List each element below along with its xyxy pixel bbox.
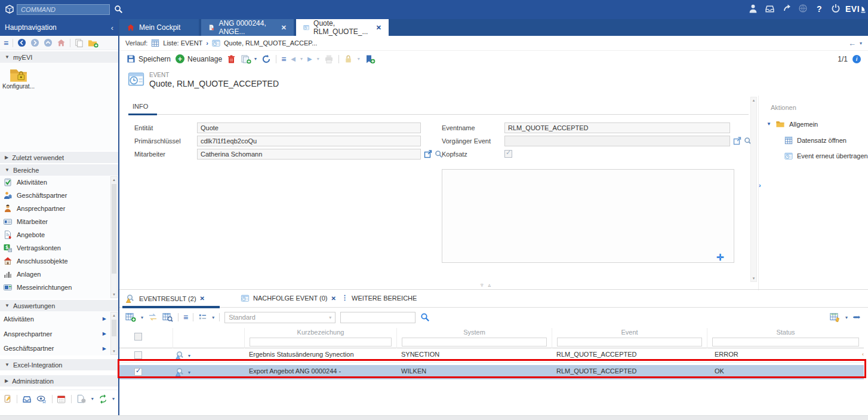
nav-back-icon[interactable] bbox=[17, 38, 26, 47]
tab-nachfolge-event[interactable]: NACHFOLGE EVENT (0) ✕ bbox=[241, 294, 336, 302]
sidebar-item-anlagen[interactable]: Anlagen bbox=[0, 268, 118, 281]
power-icon[interactable] bbox=[831, 4, 841, 13]
splitter-handle[interactable]: ▿▵ bbox=[481, 282, 495, 288]
nav-up-icon[interactable] bbox=[44, 38, 53, 47]
calendar-icon[interactable] bbox=[57, 394, 66, 404]
section-zuletzt-verwendet[interactable]: ▶ Zuletzt verwendet bbox=[0, 151, 118, 163]
tab-mein-cockpit[interactable]: Mein Cockpit bbox=[119, 19, 199, 36]
edit-table-icon[interactable] bbox=[830, 312, 841, 322]
new-folder-icon[interactable] bbox=[88, 38, 99, 48]
sidebar-item-mitarbeiter[interactable]: Mitarbeiter bbox=[0, 215, 118, 228]
inbox-tray-icon[interactable] bbox=[765, 4, 775, 14]
command-input[interactable] bbox=[17, 4, 110, 15]
document-settings-icon[interactable] bbox=[76, 394, 87, 404]
konfigurator-shortcut[interactable]: Konfigurat... bbox=[0, 66, 37, 90]
move-handle-icon[interactable]: ✛ bbox=[716, 252, 724, 263]
delete-icon[interactable] bbox=[227, 54, 236, 64]
close-tab-icon[interactable]: ✕ bbox=[376, 24, 381, 32]
history-back-icon[interactable]: ← bbox=[848, 39, 856, 48]
sidebar-item-ansprechpartner[interactable]: Ansprechpartner bbox=[0, 202, 118, 215]
scrollbar-thumb[interactable] bbox=[112, 184, 116, 274]
view-preset-select[interactable]: Standard ▾ bbox=[224, 312, 335, 323]
command-search-icon[interactable] bbox=[114, 5, 123, 14]
user-icon[interactable] bbox=[748, 4, 758, 14]
new-record-button[interactable]: + Neuanlage bbox=[176, 54, 222, 63]
eventname-field[interactable] bbox=[504, 122, 730, 133]
form-scrollbar[interactable]: ▴ ▾ bbox=[750, 97, 757, 282]
vorgaenger-event-field[interactable] bbox=[504, 136, 730, 146]
lock-icon[interactable] bbox=[344, 54, 353, 63]
filter-event[interactable] bbox=[557, 338, 702, 347]
open-record-icon[interactable] bbox=[424, 150, 432, 158]
history-caret-icon[interactable]: ▾ bbox=[860, 41, 862, 46]
dropdown-caret-icon[interactable]: ▾ bbox=[91, 396, 94, 401]
filter-system[interactable] bbox=[402, 338, 547, 347]
menu-icon[interactable]: ≡ bbox=[281, 54, 286, 64]
filter-status[interactable] bbox=[712, 338, 859, 347]
help-icon[interactable]: ? bbox=[817, 4, 822, 14]
sidebar-collapse-icon[interactable]: ‹ bbox=[111, 23, 113, 32]
section-bereiche[interactable]: ▼ Bereiche bbox=[0, 163, 118, 176]
tab-info[interactable]: INFO bbox=[133, 103, 148, 110]
result-icon[interactable] bbox=[175, 367, 185, 376]
previous-record-icon[interactable]: ◀ bbox=[291, 56, 296, 62]
dropdown-caret-icon[interactable]: ▾ bbox=[112, 396, 115, 401]
tab-eventresult[interactable]: EVENTRESULT (2) ✕ bbox=[125, 294, 205, 303]
scrollbar-thumb[interactable] bbox=[112, 320, 116, 336]
close-tab-icon[interactable]: ✕ bbox=[331, 295, 336, 302]
sidebar-item-aktivitaeten[interactable]: Aktivitäten bbox=[0, 176, 118, 189]
row-caret-icon[interactable]: ▾ bbox=[188, 370, 190, 375]
bookmark-add-icon[interactable] bbox=[365, 54, 375, 64]
close-tab-icon[interactable]: ✕ bbox=[281, 24, 287, 32]
action-datensatz-oeffnen[interactable]: Datensatz öffnen bbox=[784, 136, 847, 145]
notes-icon[interactable] bbox=[4, 394, 12, 403]
add-row-icon[interactable] bbox=[125, 312, 136, 322]
save-button[interactable]: Speichern bbox=[127, 54, 171, 63]
action-event-erneut-uebertragen[interactable]: Event erneut übertragen bbox=[784, 152, 868, 160]
bereiche-scrollbar[interactable]: ▴ ▾ bbox=[110, 176, 118, 298]
refresh-icon[interactable] bbox=[261, 54, 271, 64]
sidebar-item-geschaeftspartner[interactable]: Geschäftspartner bbox=[0, 189, 118, 202]
column-event[interactable]: Event bbox=[552, 329, 707, 336]
note-textarea[interactable] bbox=[442, 169, 734, 263]
section-myevi[interactable]: ▼ myEVI bbox=[0, 50, 118, 63]
section-auswertungen[interactable]: ▼ Auswertungen bbox=[0, 299, 118, 311]
globe-icon[interactable] bbox=[798, 4, 808, 13]
select-all-checkbox[interactable] bbox=[134, 333, 142, 341]
filter-kurzbezeichung[interactable] bbox=[250, 338, 392, 347]
open-record-icon[interactable] bbox=[733, 137, 741, 145]
table-filter-input[interactable] bbox=[340, 312, 415, 323]
sidebar-item-anschlussobjekte[interactable]: Anschlussobjekte bbox=[0, 255, 118, 268]
section-excel-integration[interactable]: ▼ Excel-Integration bbox=[0, 358, 118, 370]
watch-star-icon[interactable] bbox=[36, 394, 47, 404]
inbox-icon[interactable] bbox=[22, 394, 32, 404]
view-options-icon[interactable] bbox=[198, 313, 207, 322]
dropdown-caret-icon[interactable]: ▾ bbox=[212, 315, 214, 320]
menu-icon[interactable]: ≡ bbox=[183, 312, 188, 322]
auswertungen-scrollbar[interactable]: ▴ ▾ bbox=[110, 312, 118, 355]
actions-group-allgemein[interactable]: ▼ Allgemein bbox=[767, 119, 818, 128]
transfer-icon[interactable] bbox=[148, 312, 158, 322]
pin-icon[interactable] bbox=[852, 312, 862, 322]
sync-icon[interactable] bbox=[99, 394, 107, 404]
nav-home-icon[interactable] bbox=[57, 38, 66, 47]
table-search-icon[interactable] bbox=[162, 312, 173, 322]
tab-quote-event[interactable]: Quote, RLM_QUOTE_... ✕ bbox=[296, 19, 389, 36]
column-system[interactable]: System bbox=[397, 329, 552, 336]
print-icon[interactable] bbox=[324, 54, 334, 64]
table-row[interactable]: ▾ Ergebnis Statusänderung Synection SYNE… bbox=[119, 348, 864, 363]
copy-icon[interactable] bbox=[75, 38, 84, 47]
auswertung-aktivitaeten[interactable]: Aktivitäten▶ bbox=[0, 311, 118, 326]
kopfsatz-checkbox[interactable] bbox=[504, 150, 512, 158]
auswertung-geschaeftspartner[interactable]: Geschäftspartner▶ bbox=[0, 341, 118, 355]
dropdown-caret-icon[interactable]: ▾ bbox=[845, 315, 848, 320]
row-checkbox[interactable] bbox=[134, 351, 142, 359]
close-tab-icon[interactable]: ✕ bbox=[200, 295, 205, 302]
mitarbeiter-field[interactable] bbox=[197, 149, 421, 160]
redo-icon[interactable] bbox=[783, 4, 792, 13]
sidebar-menu-icon[interactable]: ≡ bbox=[4, 38, 8, 48]
duplicate-button[interactable]: ▾ bbox=[241, 54, 257, 64]
row-checkbox[interactable] bbox=[134, 368, 142, 376]
nav-forward-icon[interactable] bbox=[30, 38, 39, 47]
tab-angebot[interactable]: ANG 0000244, ANGE... ✕ bbox=[201, 19, 294, 36]
